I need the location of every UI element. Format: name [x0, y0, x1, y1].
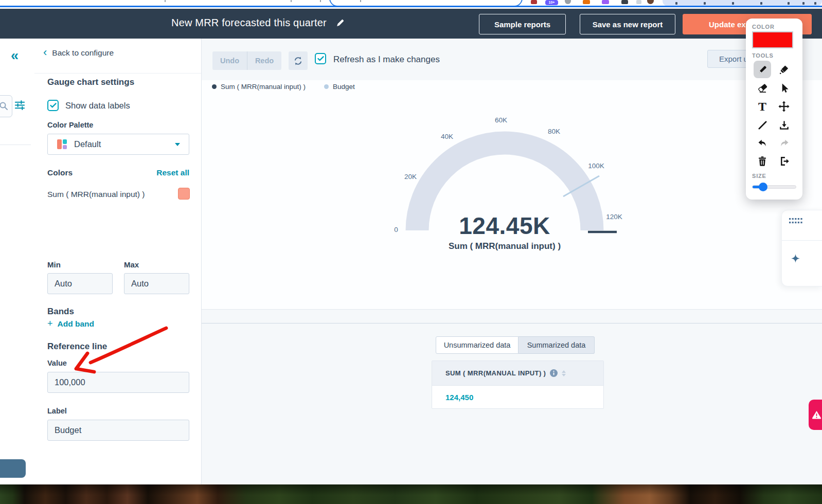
line-tool-button[interactable] — [754, 116, 771, 134]
avatar[interactable] — [647, 0, 654, 4]
gauge-series-label: Sum ( MRR(manual input) ) — [402, 241, 607, 251]
gauge-tick: 80K — [548, 128, 560, 135]
reference-value-input[interactable] — [47, 372, 189, 393]
summary-table: SUM ( MRR(MANUAL INPUT) ) 124,450 — [432, 361, 604, 409]
tab-unsummarized-data[interactable]: Unsummarized data — [436, 336, 519, 354]
undo-redo-group: Undo Redo — [212, 51, 281, 70]
back-to-configure[interactable]: ‹ Back to configure — [43, 47, 114, 59]
gauge-chart: Sum ( MRR(manual input) ) Budget 0 20K 4… — [201, 80, 822, 309]
add-band-link[interactable]: + Add band — [47, 318, 94, 329]
tools-section-label: TOOLS — [752, 52, 774, 59]
pill-icon — [704, 2, 706, 5]
refresh-as-changes-checkbox[interactable] — [315, 53, 326, 64]
rail-divider — [0, 145, 31, 145]
download-tool-button[interactable] — [775, 116, 793, 134]
size-slider-thumb[interactable] — [759, 183, 767, 191]
size-slider[interactable] — [752, 185, 796, 189]
max-label: Max — [124, 260, 139, 269]
browser-topbar: 10+ — [0, 0, 822, 9]
color-palette-select[interactable]: Default — [47, 134, 189, 155]
extension-icon[interactable] — [565, 0, 571, 4]
refresh-icon — [293, 56, 303, 66]
sparkle-icon[interactable] — [791, 254, 800, 263]
gauge-tick: 100K — [588, 162, 604, 170]
color-palette-value: Default — [74, 139, 101, 149]
bookmark-fragment — [291, 0, 292, 2]
gauge-value: 124.45K — [402, 212, 607, 240]
sample-reports-button[interactable]: Sample reports — [479, 14, 566, 34]
text-tool-button[interactable]: T — [754, 98, 771, 115]
gauge-tick: 40K — [441, 133, 453, 140]
pill-icon — [802, 2, 805, 5]
palette-icon — [57, 139, 67, 149]
gauge-tick: 0 — [394, 226, 398, 233]
check-icon — [317, 56, 324, 61]
gauge-arc — [201, 80, 822, 309]
section-divider — [201, 309, 822, 310]
extension-icon[interactable] — [636, 0, 641, 4]
gauge-tick: 60K — [495, 116, 507, 124]
extension-icon[interactable] — [621, 0, 628, 4]
annotation-color-swatch[interactable] — [752, 31, 793, 48]
select-tool-button[interactable] — [775, 79, 793, 97]
save-as-new-report-button[interactable]: Save as new report — [580, 14, 675, 34]
reset-all-link[interactable]: Reset all — [156, 168, 189, 177]
edit-title-icon[interactable] — [336, 19, 345, 27]
bookmark-fragment — [165, 0, 166, 2]
section-divider — [201, 323, 822, 323]
annotation-toolbar: COLOR TOOLS T — [746, 19, 802, 200]
max-input[interactable] — [124, 273, 189, 294]
undo-button[interactable]: Undo — [212, 51, 247, 70]
chevron-left-icon: ‹ — [43, 47, 47, 58]
min-input[interactable] — [47, 273, 113, 294]
highlighter-tool-button[interactable] — [775, 61, 793, 78]
sidebar-heading: Gauge chart settings — [47, 77, 134, 87]
label-label: Label — [47, 407, 67, 415]
sidebar-divider — [34, 73, 201, 74]
extension-icon[interactable] — [531, 0, 537, 4]
trash-tool-button[interactable] — [754, 152, 771, 170]
gauge-tick: 20K — [404, 173, 417, 181]
table-cell-value: 124,450 — [445, 393, 473, 402]
ai-assistant-widget — [781, 210, 822, 286]
bookmark-fragment — [320, 0, 321, 2]
extension-badge[interactable]: 10+ — [545, 0, 558, 5]
extension-icon[interactable] — [602, 0, 609, 4]
info-icon[interactable] — [550, 369, 558, 377]
pill-icon — [814, 2, 816, 5]
table-header[interactable]: SUM ( MRR(MANUAL INPUT) ) — [432, 361, 603, 386]
pen-tool-button[interactable] — [754, 61, 771, 78]
series-color-swatch[interactable] — [178, 188, 190, 200]
show-data-labels-checkbox[interactable] — [47, 100, 59, 111]
back-label: Back to configure — [52, 48, 114, 58]
exit-tool-button[interactable] — [775, 152, 793, 170]
sort-icon[interactable] — [562, 370, 566, 376]
redo-button[interactable]: Redo — [247, 51, 281, 70]
collapse-panel-icon[interactable]: « — [11, 49, 19, 63]
extension-icon[interactable] — [583, 0, 590, 4]
drag-handle-icon[interactable] — [789, 218, 802, 224]
reference-label-input[interactable] — [47, 420, 189, 441]
tab-summarized-data[interactable]: Summarized data — [519, 336, 595, 354]
address-bar-underline — [0, 6, 822, 7]
color-palette-label: Color Palette — [47, 121, 93, 129]
colors-label: Colors — [47, 168, 73, 177]
eraser-tool-button[interactable] — [754, 79, 771, 97]
value-label: Value — [47, 359, 67, 367]
refresh-button[interactable] — [289, 51, 308, 70]
refresh-as-changes-label: Refresh as I make changes — [333, 55, 440, 65]
page-title: New MRR forecasted this quarter — [171, 17, 327, 29]
redo-tool-button[interactable] — [775, 134, 793, 152]
table-row: 124,450 — [432, 386, 603, 408]
size-section-label: SIZE — [752, 173, 766, 179]
filter-sliders-icon[interactable] — [14, 100, 25, 111]
search-icon — [0, 101, 8, 111]
widget-divider — [782, 240, 822, 241]
undo-tool-button[interactable] — [754, 134, 771, 152]
alert-tab[interactable] — [809, 400, 822, 430]
data-tabs: Unsummarized data Summarized data — [436, 336, 595, 354]
move-tool-button[interactable] — [775, 98, 793, 115]
reference-line-label: Reference line — [47, 341, 107, 352]
search-input[interactable] — [0, 95, 12, 117]
bottom-left-button[interactable] — [0, 459, 26, 478]
